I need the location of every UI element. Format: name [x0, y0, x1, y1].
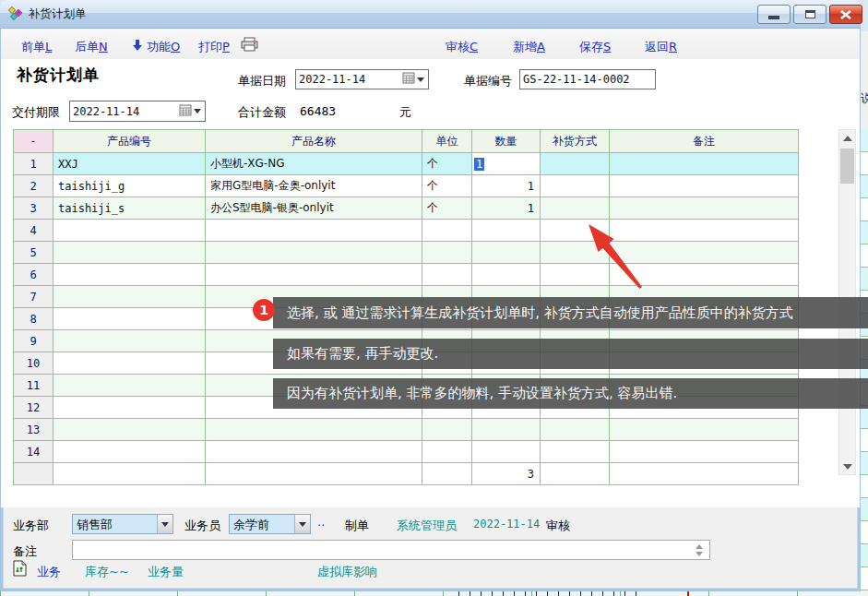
- combo-dropdown-button[interactable]: [157, 515, 172, 533]
- dropdown-arrow-icon[interactable]: [194, 109, 201, 113]
- cell-method[interactable]: [541, 175, 610, 197]
- col-header-unit[interactable]: 单位: [422, 130, 472, 153]
- print-button[interactable]: 打印P: [198, 39, 230, 55]
- prev-doc-button[interactable]: 前单L: [21, 39, 52, 55]
- cell-qty[interactable]: [472, 220, 541, 242]
- cell-code[interactable]: [54, 397, 206, 419]
- cell-code[interactable]: [54, 264, 206, 286]
- minimize-button[interactable]: [757, 5, 791, 24]
- scroll-down-button[interactable]: [839, 459, 855, 474]
- cell-name[interactable]: [206, 242, 422, 264]
- add-new-button[interactable]: 新增A: [513, 39, 545, 55]
- cell-qty[interactable]: [472, 441, 541, 463]
- cell-name[interactable]: [206, 264, 422, 286]
- cell-note[interactable]: [610, 175, 799, 197]
- col-header-rownum[interactable]: -: [14, 130, 54, 153]
- link-business-volume[interactable]: 业务量: [148, 564, 184, 580]
- return-button[interactable]: 返回R: [645, 39, 677, 55]
- cell-qty[interactable]: 1: [472, 175, 541, 197]
- cell-unit[interactable]: 个: [422, 197, 472, 220]
- save-button[interactable]: 保存S: [579, 39, 611, 55]
- cell-note[interactable]: [610, 153, 799, 175]
- cell-code[interactable]: [54, 441, 206, 463]
- annotation-badge: 1: [253, 299, 275, 321]
- cell-code[interactable]: [54, 308, 206, 330]
- restore-button[interactable]: [793, 5, 826, 24]
- col-header-note[interactable]: 备注: [610, 130, 799, 153]
- dropdown-arrow-icon[interactable]: [417, 77, 424, 82]
- cell-method[interactable]: [541, 264, 610, 286]
- cell-method[interactable]: [541, 419, 610, 441]
- cell-method[interactable]: [541, 242, 610, 264]
- business-doc-icon[interactable]: [13, 560, 27, 579]
- cell-name[interactable]: 家用G型电脑-金奥-onlyit: [206, 175, 422, 197]
- cell-code[interactable]: [54, 242, 206, 264]
- cell-code[interactable]: [54, 330, 206, 352]
- cell-note[interactable]: [610, 220, 799, 242]
- col-header-qty[interactable]: 数量: [472, 130, 541, 153]
- cell-qty[interactable]: [472, 419, 541, 441]
- cell-name[interactable]: [206, 419, 422, 441]
- cell-note[interactable]: [610, 242, 799, 264]
- delivery-date-field[interactable]: 2022-11-14: [69, 101, 206, 122]
- cell-method[interactable]: [541, 220, 610, 242]
- col-header-method[interactable]: 补货方式: [541, 130, 610, 153]
- function-menu-button[interactable]: 功能O: [147, 39, 180, 55]
- cell-no: 1: [14, 153, 54, 175]
- cell-qty[interactable]: 1: [472, 153, 541, 175]
- cell-method[interactable]: [541, 153, 610, 175]
- cell-unit[interactable]: [422, 220, 472, 242]
- link-virtual-stock-effect[interactable]: 虚拟库影响: [317, 564, 377, 580]
- cell-code[interactable]: [54, 220, 206, 242]
- cell-unit[interactable]: [422, 264, 472, 286]
- cell-no: 7: [14, 286, 54, 308]
- cell-code[interactable]: taishiji_g: [54, 175, 206, 197]
- note-spinner[interactable]: [692, 542, 707, 558]
- tooltip-line: 如果有需要, 再手动更改.: [273, 339, 868, 369]
- cell-name[interactable]: 小型机-XG-NG: [206, 153, 422, 175]
- cell-qty[interactable]: 1: [472, 197, 541, 220]
- col-header-name[interactable]: 产品名称: [206, 130, 422, 153]
- link-inventory[interactable]: 库存~~: [85, 564, 129, 580]
- browse-dots-button[interactable]: ..: [317, 515, 325, 529]
- audit-button[interactable]: 审核C: [446, 39, 478, 55]
- link-business[interactable]: 业务: [37, 564, 61, 580]
- scroll-up-button[interactable]: [839, 130, 855, 146]
- next-doc-button[interactable]: 后单N: [75, 39, 108, 55]
- cell-unit[interactable]: 个: [422, 153, 472, 175]
- cell-code[interactable]: [54, 375, 206, 397]
- cell-name[interactable]: [206, 441, 422, 463]
- printer-icon[interactable]: [241, 37, 258, 54]
- cell-unit[interactable]: [422, 242, 472, 264]
- agent-combobox[interactable]: 余学前: [229, 514, 311, 534]
- dept-combobox[interactable]: 销售部: [72, 514, 173, 534]
- doc-date-field[interactable]: 2022-11-14: [295, 69, 429, 89]
- cell-note[interactable]: [610, 441, 799, 463]
- close-button[interactable]: [829, 5, 862, 24]
- cell-code[interactable]: [54, 352, 206, 375]
- cell-note[interactable]: [610, 264, 799, 286]
- cell-note[interactable]: [610, 197, 799, 220]
- cell-code[interactable]: XXJ: [54, 153, 206, 175]
- cell-unit[interactable]: [422, 419, 472, 441]
- scrollbar-thumb[interactable]: [840, 149, 854, 184]
- cell-name[interactable]: [206, 220, 422, 242]
- cell-code[interactable]: [54, 286, 206, 308]
- doc-no-field[interactable]: GS-22-11-14-0002: [519, 69, 656, 89]
- cell-note[interactable]: [610, 419, 799, 441]
- cell-name[interactable]: 办公S型电脑-银奥-onlyit: [206, 197, 422, 220]
- cell-qty[interactable]: [472, 264, 541, 286]
- cell-unit[interactable]: [422, 441, 472, 463]
- cell-unit[interactable]: 个: [422, 175, 472, 197]
- summary-unit: [422, 463, 472, 485]
- cell-method[interactable]: [541, 197, 610, 220]
- cell-method[interactable]: [541, 441, 610, 463]
- cell-code[interactable]: [54, 419, 206, 441]
- cell-code[interactable]: taishiji_s: [54, 197, 206, 220]
- combo-dropdown-button[interactable]: [294, 515, 310, 533]
- screen: 说 补货计划单 前单L 后单N 功能O 打印P: [0, 0, 868, 596]
- col-header-code[interactable]: 产品编号: [54, 130, 206, 153]
- note-label: 备注: [13, 543, 37, 560]
- cell-qty[interactable]: [472, 242, 541, 264]
- note-input[interactable]: [72, 540, 710, 560]
